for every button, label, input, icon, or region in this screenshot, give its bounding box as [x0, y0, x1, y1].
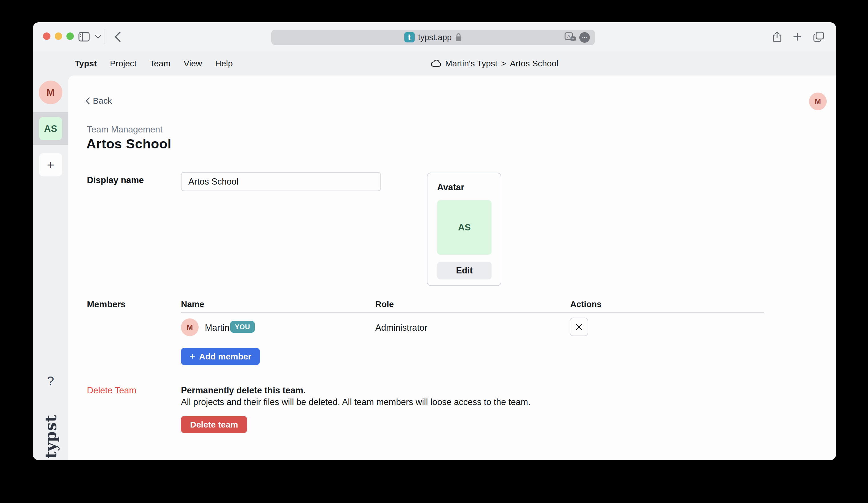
delete-team-button[interactable]: Delete team: [181, 416, 247, 433]
back-link[interactable]: Back: [85, 96, 112, 106]
avatar-card: Avatar AS Edit: [427, 172, 501, 286]
breadcrumb-workspace[interactable]: Martin's Typst: [445, 59, 497, 69]
breadcrumb-separator: >: [501, 59, 506, 69]
browser-toolbar: t typst.app A 文 ⋯: [33, 22, 836, 51]
typst-logo: typst: [42, 415, 60, 459]
display-name-input[interactable]: [181, 172, 381, 191]
share-icon[interactable]: [773, 31, 781, 42]
menu-view[interactable]: View: [184, 59, 202, 69]
browser-window: t typst.app A 文 ⋯: [33, 22, 836, 460]
translate-icon[interactable]: A 文: [565, 32, 577, 42]
remove-member-button[interactable]: [570, 317, 588, 336]
column-header-role: Role: [375, 299, 394, 309]
avatar-card-title: Avatar: [437, 182, 491, 192]
app-menubar: Typst Project Team View Help Martin's Ty…: [33, 51, 836, 75]
members-label: Members: [87, 299, 126, 310]
page-title: Artos School: [86, 136, 171, 151]
svg-text:文: 文: [571, 37, 575, 41]
column-header-actions: Actions: [570, 299, 601, 309]
traffic-lights: [43, 32, 74, 40]
sidebar-item-workspace[interactable]: M: [39, 81, 62, 104]
user-avatar[interactable]: M: [809, 93, 827, 110]
member-avatar: M: [181, 318, 199, 336]
minimize-window-button[interactable]: [55, 32, 62, 40]
column-header-name: Name: [181, 299, 204, 309]
toolbar-divider: [105, 29, 105, 44]
tab-overview-icon[interactable]: [813, 32, 824, 42]
site-favicon: t: [404, 32, 415, 42]
plus-icon: +: [189, 350, 195, 362]
delete-warning-text: All projects and their files will be del…: [181, 397, 530, 407]
url-text: typst.app: [418, 33, 452, 42]
add-member-button[interactable]: + Add member: [181, 348, 260, 365]
svg-text:A: A: [567, 34, 570, 39]
delete-warning-bold: Permanently delete this team.: [181, 385, 306, 396]
add-team-button[interactable]: +: [39, 153, 62, 176]
delete-team-label: Delete Team: [87, 385, 136, 396]
close-window-button[interactable]: [43, 32, 50, 40]
display-name-label: Display name: [87, 175, 144, 186]
edit-avatar-button[interactable]: Edit: [437, 262, 492, 280]
team-avatar-preview: AS: [437, 200, 492, 255]
lock-icon: [455, 33, 462, 42]
member-name: Martin: [205, 323, 229, 333]
menu-help[interactable]: Help: [215, 59, 233, 69]
team-management-panel: Back M Team Management Artos School Disp…: [69, 75, 836, 460]
you-badge: YOU: [230, 321, 255, 333]
workspace-sidebar: M AS + ? typst: [33, 75, 69, 460]
help-button[interactable]: ?: [33, 374, 69, 388]
address-bar[interactable]: t typst.app A 文 ⋯: [271, 30, 595, 45]
reader-options-icon[interactable]: ⋯: [579, 32, 590, 43]
chevron-down-icon[interactable]: [95, 35, 101, 39]
sidebar-selected-band: AS: [33, 112, 69, 145]
chevron-left-icon: [85, 97, 90, 105]
menu-team[interactable]: Team: [149, 59, 170, 69]
member-role: Administrator: [375, 323, 427, 333]
breadcrumb: Martin's Typst > Artos School: [431, 51, 558, 75]
sidebar-item-team[interactable]: AS: [39, 117, 62, 140]
section-label: Team Management: [87, 125, 163, 135]
back-nav-icon[interactable]: [114, 31, 121, 42]
cloud-icon: [431, 60, 442, 67]
menu-project[interactable]: Project: [110, 59, 136, 69]
new-tab-icon[interactable]: [793, 32, 802, 41]
table-header-divider: [181, 313, 764, 313]
breadcrumb-team[interactable]: Artos School: [510, 59, 558, 69]
sidebar-toggle-icon[interactable]: [79, 32, 90, 42]
close-icon: [575, 323, 583, 331]
menu-typst[interactable]: Typst: [75, 59, 97, 69]
zoom-window-button[interactable]: [66, 32, 74, 40]
